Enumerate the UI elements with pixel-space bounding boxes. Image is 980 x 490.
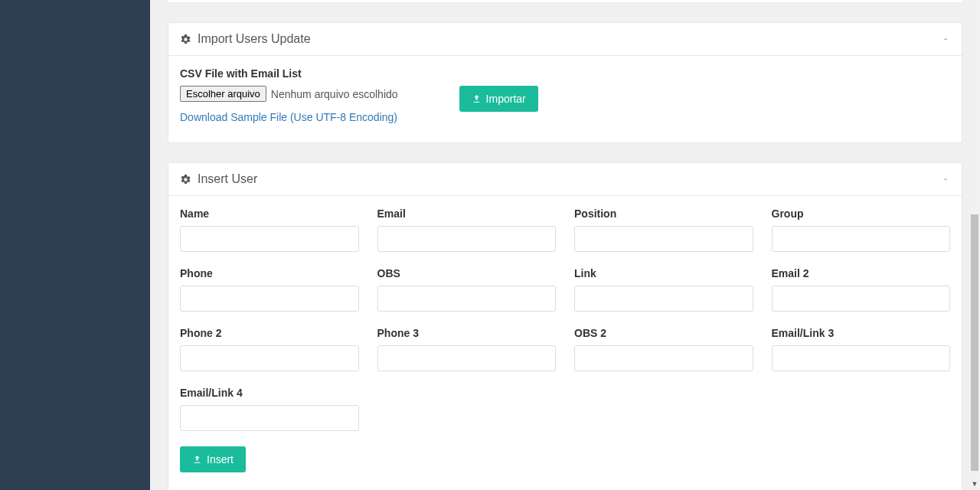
obs2-input[interactable] bbox=[574, 345, 753, 371]
csv-file-label: CSV File with Email List bbox=[180, 67, 398, 80]
import-button-label: Importar bbox=[486, 93, 526, 105]
group-input[interactable] bbox=[772, 226, 951, 252]
link-input[interactable] bbox=[574, 286, 753, 312]
form-group-link: Link bbox=[574, 267, 753, 312]
form-group-email: Email bbox=[377, 207, 557, 252]
form-group-phone3: Phone 3 bbox=[377, 327, 557, 371]
chevron-up-icon[interactable] bbox=[941, 34, 950, 44]
link-label: Link bbox=[574, 267, 753, 279]
import-users-panel: Import Users Update CSV File with Email … bbox=[168, 22, 962, 143]
phone3-label: Phone 3 bbox=[377, 327, 557, 339]
form-group-group: Group bbox=[772, 207, 951, 252]
form-group-name: Name bbox=[180, 207, 359, 252]
insert-panel-header[interactable]: Insert User bbox=[168, 163, 962, 196]
form-group-phone2: Phone 2 bbox=[180, 327, 359, 371]
gears-icon bbox=[180, 174, 191, 185]
phone-label: Phone bbox=[180, 267, 359, 279]
file-input[interactable]: Escolher arquivo Nenhum arquivo escolhid… bbox=[180, 86, 398, 102]
form-group-phone: Phone bbox=[180, 267, 359, 312]
phone-input[interactable] bbox=[180, 286, 359, 312]
download-sample-link[interactable]: Download Sample File (Use UTF-8 Encoding… bbox=[180, 111, 397, 123]
scrollbar-down-button[interactable]: ▼ bbox=[969, 478, 980, 490]
obs-input[interactable] bbox=[377, 286, 557, 312]
insert-panel-body: Name Email Position Group bbox=[168, 196, 962, 490]
email-input[interactable] bbox=[377, 226, 557, 252]
file-status-text: Nenhum arquivo escolhido bbox=[271, 88, 398, 100]
position-input[interactable] bbox=[574, 226, 753, 252]
upload-icon bbox=[472, 94, 482, 104]
vertical-scrollbar[interactable] bbox=[969, 0, 980, 478]
upload-icon bbox=[192, 455, 202, 465]
form-group-obs: OBS bbox=[377, 267, 557, 312]
gears-icon bbox=[180, 34, 191, 45]
emaillink4-label: Email/Link 4 bbox=[180, 387, 359, 399]
form-group-obs2: OBS 2 bbox=[574, 327, 753, 371]
email-label: Email bbox=[377, 207, 557, 220]
obs-label: OBS bbox=[377, 267, 557, 279]
emaillink3-label: Email/Link 3 bbox=[772, 327, 951, 339]
obs2-label: OBS 2 bbox=[574, 327, 753, 339]
form-group-emaillink3: Email/Link 3 bbox=[772, 327, 951, 371]
insert-panel-title: Insert User bbox=[198, 172, 257, 186]
import-panel-header[interactable]: Import Users Update bbox=[168, 23, 962, 56]
form-group-emaillink4: Email/Link 4 bbox=[180, 387, 359, 431]
choose-file-button[interactable]: Escolher arquivo bbox=[180, 86, 266, 102]
email2-label: Email 2 bbox=[772, 267, 951, 279]
insert-button[interactable]: Insert bbox=[180, 446, 246, 472]
group-label: Group bbox=[772, 207, 951, 220]
form-group-email2: Email 2 bbox=[772, 267, 951, 312]
insert-button-label: Insert bbox=[207, 453, 234, 466]
position-label: Position bbox=[574, 207, 753, 220]
main-content: Import Users Update CSV File with Email … bbox=[150, 0, 980, 490]
sidebar bbox=[0, 0, 150, 490]
insert-user-panel: Insert User Name Email Position bbox=[168, 162, 962, 490]
phone2-input[interactable] bbox=[180, 345, 359, 371]
chevron-up-icon[interactable] bbox=[941, 175, 950, 184]
form-group-position: Position bbox=[574, 207, 753, 252]
emaillink3-input[interactable] bbox=[772, 345, 951, 371]
scrollbar-thumb[interactable] bbox=[971, 214, 978, 471]
phone2-label: Phone 2 bbox=[180, 327, 359, 339]
import-panel-title: Import Users Update bbox=[198, 32, 311, 46]
emaillink4-input[interactable] bbox=[180, 405, 359, 431]
phone3-input[interactable] bbox=[377, 345, 557, 371]
panel-divider bbox=[168, 0, 962, 3]
name-label: Name bbox=[180, 207, 359, 220]
email2-input[interactable] bbox=[772, 286, 951, 312]
import-button[interactable]: Importar bbox=[459, 86, 538, 112]
name-input[interactable] bbox=[180, 226, 359, 252]
import-panel-body: CSV File with Email List Escolher arquiv… bbox=[168, 56, 962, 142]
